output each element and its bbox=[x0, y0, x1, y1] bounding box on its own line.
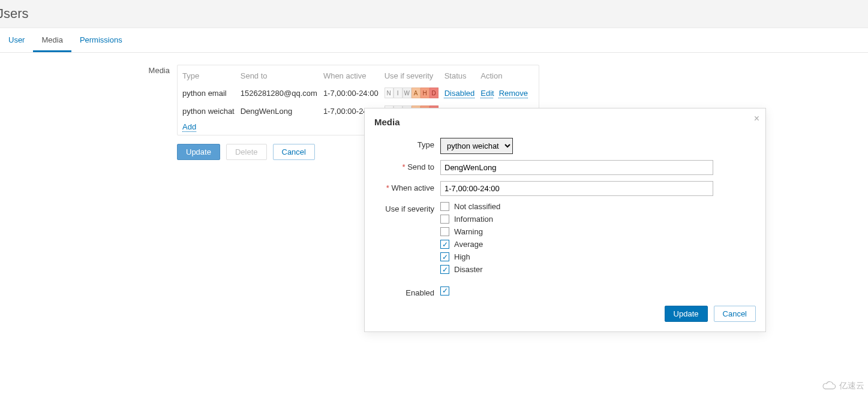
col-sendto: Send to bbox=[241, 69, 323, 84]
severity-checkbox-3[interactable] bbox=[440, 240, 449, 249]
remove-link[interactable]: Remove bbox=[499, 89, 528, 98]
severity-label: Information bbox=[454, 215, 493, 224]
media-modal: × Media Type python weichat * Send to * … bbox=[364, 108, 766, 332]
severity-checkbox-1[interactable] bbox=[440, 215, 449, 224]
cell-sendto: DengWenLong bbox=[241, 102, 323, 120]
cell-type: python email bbox=[182, 84, 241, 102]
col-severity: Use if severity bbox=[385, 69, 444, 84]
edit-link[interactable]: Edit bbox=[480, 89, 494, 98]
tab-user[interactable]: User bbox=[0, 28, 33, 52]
close-icon[interactable]: × bbox=[754, 113, 759, 124]
enabled-checkbox[interactable] bbox=[440, 287, 449, 296]
col-type: Type bbox=[182, 69, 241, 84]
severity-checkbox-5[interactable] bbox=[440, 265, 449, 274]
severity-label: Not classified bbox=[454, 202, 500, 211]
sev-I: I bbox=[394, 88, 403, 98]
modal-update-button[interactable]: Update bbox=[665, 306, 708, 322]
modal-cancel-button[interactable]: Cancel bbox=[714, 306, 756, 322]
modal-label-severity: Use if severity bbox=[374, 202, 440, 213]
severity-checkbox-0[interactable] bbox=[440, 202, 449, 211]
type-select[interactable]: python weichat bbox=[440, 138, 513, 154]
sev-N: N bbox=[385, 88, 394, 98]
table-row: python email1526281280@qq.com1-7,00:00-2… bbox=[182, 84, 534, 102]
modal-label-whenactive: When active bbox=[391, 183, 434, 192]
cell-whenactive: 1-7,00:00-24:00 bbox=[323, 84, 385, 102]
col-whenactive: When active bbox=[323, 69, 385, 84]
sev-H: H bbox=[421, 88, 430, 98]
cell-action: EditRemove bbox=[480, 84, 534, 102]
severity-label: Average bbox=[454, 240, 483, 249]
sev-D: D bbox=[430, 88, 438, 98]
cloud-icon bbox=[821, 381, 837, 391]
delete-button: Delete bbox=[226, 144, 267, 160]
modal-label-type: Type bbox=[374, 138, 440, 149]
modal-title: Media bbox=[374, 117, 756, 127]
add-media-link[interactable]: Add bbox=[182, 122, 196, 131]
tabs: User Media Permissions bbox=[0, 28, 868, 53]
severity-label: High bbox=[454, 252, 470, 261]
cell-status[interactable]: Disabled bbox=[444, 84, 481, 102]
tab-media[interactable]: Media bbox=[33, 28, 71, 52]
cancel-button[interactable]: Cancel bbox=[273, 144, 315, 160]
col-action: Action bbox=[480, 69, 534, 84]
sev-A: A bbox=[412, 88, 421, 98]
severity-checkbox-2[interactable] bbox=[440, 227, 449, 236]
cell-severity: NIWAHD bbox=[385, 84, 444, 102]
cell-sendto: 1526281280@qq.com bbox=[241, 84, 323, 102]
tab-permissions[interactable]: Permissions bbox=[71, 28, 131, 52]
modal-label-sendto: Send to bbox=[407, 162, 434, 171]
watermark: 亿速云 bbox=[821, 381, 864, 391]
severity-label: Warning bbox=[454, 227, 483, 236]
severity-checkbox-4[interactable] bbox=[440, 252, 449, 261]
col-status: Status bbox=[444, 69, 481, 84]
page-title: Jsers bbox=[0, 6, 868, 22]
sendto-input[interactable] bbox=[440, 160, 713, 175]
modal-label-enabled: Enabled bbox=[374, 286, 440, 297]
severity-label: Disaster bbox=[454, 265, 483, 274]
sev-W: W bbox=[403, 88, 412, 98]
cell-type: python weichat bbox=[182, 102, 241, 120]
update-button[interactable]: Update bbox=[177, 144, 220, 160]
media-section-label: Media bbox=[0, 65, 177, 135]
whenactive-input[interactable] bbox=[440, 181, 713, 196]
